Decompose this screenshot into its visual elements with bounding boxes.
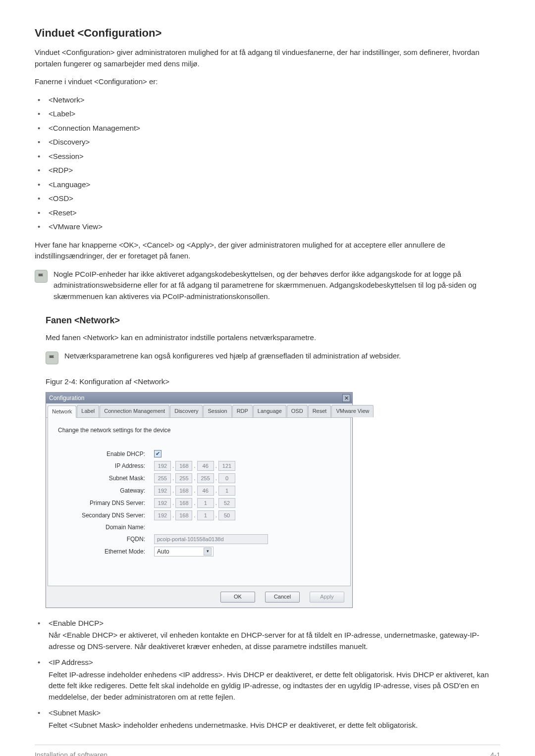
ip-dot: . [194, 486, 195, 495]
tab-vmware-view[interactable]: VMware View [331, 405, 374, 417]
list-item: <OSD> [35, 193, 500, 204]
ip-address-input[interactable]: 192.168.46.121 [154, 461, 235, 471]
figure-caption: Figur 2-4: Konfiguration af <Network> [35, 376, 500, 388]
ip-octet[interactable]: 50 [218, 510, 235, 520]
dialog-title: Configuration [49, 394, 84, 403]
row-primary-dns: Primary DNS Server: 192.168.1.52 [55, 498, 343, 508]
tab-language[interactable]: Language [253, 405, 286, 417]
note-icon [46, 352, 58, 364]
note-text-2: Netværksparametrene kan også konfigurere… [64, 351, 500, 362]
configuration-dialog: Configuration ✕ NetworkLabelConnection M… [46, 392, 353, 608]
ip-dot: . [194, 474, 195, 483]
row-secondary-dns: Secondary DNS Server: 192.168.1.50 [55, 510, 343, 520]
tab-osd[interactable]: OSD [287, 405, 308, 417]
ip-octet[interactable]: 168 [175, 486, 192, 496]
ip-octet[interactable]: 168 [175, 498, 192, 508]
ok-button[interactable]: OK [220, 592, 255, 603]
list-item: <Network> [35, 95, 500, 106]
primary-dns-input[interactable]: 192.168.1.52 [154, 498, 235, 508]
dialog-titlebar[interactable]: Configuration ✕ [46, 393, 352, 403]
section-network-title: Fanen <Network> [35, 314, 500, 327]
ip-dot: . [215, 511, 217, 520]
apply-button[interactable]: Apply [310, 592, 344, 603]
ip-octet[interactable]: 192 [154, 498, 171, 508]
tabs-list: <Network><Label><Connection Management><… [35, 95, 500, 233]
label-gateway: Gateway: [55, 486, 154, 495]
row-fqdn: FQDN: pcoip-portal-101558a0138d [55, 534, 343, 544]
note-block-2: Netværksparametrene kan også konfigurere… [35, 351, 500, 364]
tab-rdp[interactable]: RDP [232, 405, 253, 417]
footer-left: Installation af softwaren [35, 750, 107, 756]
label-primary-dns: Primary DNS Server: [55, 499, 154, 507]
section-network-para: Med fanen <Network> kan en administrator… [35, 332, 500, 344]
dialog-tabpanel: Change the network settings for the devi… [48, 418, 351, 586]
list-item: <Label> [35, 108, 500, 120]
label-domain-name: Domain Name: [55, 523, 154, 532]
cancel-button[interactable]: Cancel [265, 592, 300, 603]
ip-dot: . [194, 461, 195, 470]
subnet-mask-input[interactable]: 255.255.255.0 [154, 473, 235, 483]
ethernet-mode-select[interactable]: Auto ▾ [154, 547, 214, 556]
page-footer: Installation af softwaren 4-1 [35, 745, 500, 756]
tab-reset[interactable]: Reset [308, 405, 331, 417]
definition-text: Når <Enable DHCP> er aktiveret, vil enhe… [49, 630, 500, 652]
ip-dot: . [172, 474, 174, 483]
secondary-dns-input[interactable]: 192.168.1.50 [154, 510, 235, 520]
ip-octet[interactable]: 192 [154, 486, 171, 496]
footer-right: 4-1 [490, 750, 500, 756]
ethernet-mode-value: Auto [157, 547, 169, 556]
ip-dot: . [215, 474, 217, 483]
tab-session[interactable]: Session [203, 405, 231, 417]
fqdn-input[interactable]: pcoip-portal-101558a0138d [154, 534, 268, 544]
ip-octet[interactable]: 255 [175, 473, 192, 483]
list-item: <VMware View> [35, 221, 500, 233]
ip-dot: . [194, 511, 195, 520]
close-icon[interactable]: ✕ [342, 394, 350, 402]
list-item: <Discovery> [35, 137, 500, 148]
ip-octet[interactable]: 168 [175, 510, 192, 520]
panel-description: Change the network settings for the devi… [55, 426, 343, 435]
ip-octet[interactable]: 168 [175, 461, 192, 471]
list-item: <Language> [35, 179, 500, 191]
ip-octet[interactable]: 1 [197, 510, 214, 520]
ip-octet[interactable]: 121 [218, 461, 235, 471]
row-ip-address: IP Address: 192.168.46.121 [55, 461, 343, 471]
tab-connection-management[interactable]: Connection Management [100, 405, 169, 417]
row-ethernet-mode: Ethernet Mode: Auto ▾ [55, 547, 343, 556]
definition-text: Feltet IP-adresse indeholder enhedens <I… [49, 669, 500, 703]
label-enable-dhcp: Enable DHCP: [55, 450, 154, 458]
ip-octet[interactable]: 1 [218, 486, 235, 496]
definition-item: <Enable DHCP>Når <Enable DHCP> er aktive… [35, 618, 500, 653]
ip-dot: . [215, 499, 217, 507]
definition-item: <Subnet Mask>Feltet <Subnet Mask> indeho… [35, 707, 500, 731]
ip-octet[interactable]: 192 [154, 461, 171, 471]
ip-octet[interactable]: 192 [154, 510, 171, 520]
list-item: <Reset> [35, 207, 500, 219]
label-secondary-dns: Secondary DNS Server: [55, 511, 154, 520]
chevron-down-icon: ▾ [204, 548, 212, 555]
definition-term: <Enable DHCP> [49, 618, 500, 629]
ip-octet[interactable]: 1 [197, 498, 214, 508]
definition-item: <IP Address>Feltet IP-adresse indeholder… [35, 657, 500, 703]
ip-dot: . [194, 499, 195, 507]
row-gateway: Gateway: 192.168.46.1 [55, 486, 343, 496]
dialog-button-row: OK Cancel Apply [46, 588, 352, 607]
ip-octet[interactable]: 0 [218, 473, 235, 483]
enable-dhcp-checkbox[interactable]: ✔ [154, 450, 161, 457]
after-list-paragraph: Hver fane har knapperne <OK>, <Cancel> o… [35, 240, 500, 262]
ip-octet[interactable]: 255 [154, 473, 171, 483]
ip-dot: . [172, 461, 174, 470]
tab-discovery[interactable]: Discovery [170, 405, 203, 417]
ip-octet[interactable]: 255 [197, 473, 214, 483]
tab-network[interactable]: Network [48, 405, 76, 418]
ip-octet[interactable]: 46 [197, 461, 214, 471]
gateway-input[interactable]: 192.168.46.1 [154, 486, 235, 496]
ip-dot: . [172, 486, 174, 495]
note-block-1: Nogle PCoIP-enheder har ikke aktiveret a… [35, 269, 500, 302]
list-item: <Session> [35, 151, 500, 162]
ip-octet[interactable]: 52 [218, 498, 235, 508]
tab-label[interactable]: Label [77, 405, 99, 417]
intro-paragraph: Vinduet <Configuration> giver administra… [35, 47, 500, 69]
row-subnet-mask: Subnet Mask: 255.255.255.0 [55, 473, 343, 483]
ip-octet[interactable]: 46 [197, 486, 214, 496]
